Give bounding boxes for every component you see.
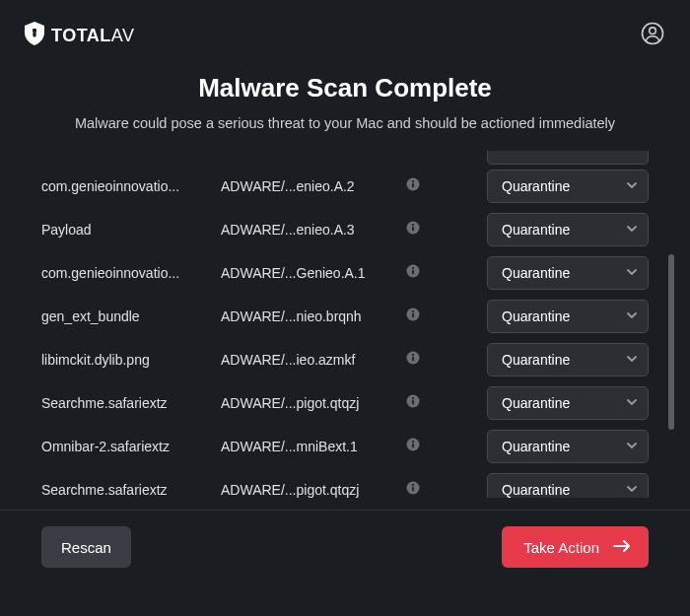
info-button[interactable] xyxy=(402,394,424,412)
svg-point-3 xyxy=(650,28,656,34)
threat-name: ADWARE/...pigot.qtqzj xyxy=(221,482,392,498)
file-name: Payload xyxy=(41,222,211,238)
dropdown-label: Quarantine xyxy=(502,395,570,411)
svg-point-11 xyxy=(412,267,414,269)
action-dropdown[interactable] xyxy=(487,151,649,165)
info-icon xyxy=(406,394,420,412)
chevron-down-icon xyxy=(626,178,638,194)
chevron-down-icon xyxy=(626,439,638,454)
dropdown-label: Quarantine xyxy=(502,308,570,324)
file-name: Searchme.safariextz xyxy=(41,482,211,498)
svg-point-26 xyxy=(412,484,414,486)
info-button[interactable] xyxy=(402,351,424,369)
table-row: Omnibar-2.safariextz ADWARE/...mniBext.1… xyxy=(41,425,649,468)
svg-rect-27 xyxy=(412,487,414,492)
brand-text: TOTALAV xyxy=(51,26,135,46)
action-dropdown[interactable]: Quarantine xyxy=(487,473,649,498)
svg-point-17 xyxy=(412,354,414,356)
file-name: gen_ext_bundle xyxy=(41,308,211,324)
dropdown-label: Quarantine xyxy=(502,178,570,194)
chevron-down-icon xyxy=(626,352,638,368)
take-action-label: Take Action xyxy=(523,539,599,556)
svg-rect-12 xyxy=(412,270,414,275)
dropdown-label: Quarantine xyxy=(502,265,570,281)
info-icon xyxy=(406,308,420,325)
chevron-down-icon xyxy=(626,265,638,281)
info-icon xyxy=(406,351,420,369)
results-list-wrap: com.genieoinnovatio... ADWARE/...enieo.A… xyxy=(41,151,649,498)
file-name: Searchme.safariextz xyxy=(41,395,211,411)
chevron-down-icon xyxy=(626,482,638,498)
threat-name: ADWARE/...pigot.qtqzj xyxy=(221,395,392,411)
file-name: Omnibar-2.safariextz xyxy=(41,439,211,454)
svg-point-23 xyxy=(412,441,414,443)
app-header: TOTALAV xyxy=(0,0,690,55)
svg-rect-21 xyxy=(412,400,414,405)
action-dropdown[interactable]: Quarantine xyxy=(487,256,649,290)
svg-rect-18 xyxy=(412,357,414,362)
info-button[interactable] xyxy=(402,221,424,239)
svg-rect-6 xyxy=(412,183,414,188)
rescan-button[interactable]: Rescan xyxy=(41,526,131,568)
info-icon xyxy=(406,438,420,455)
page-subtitle: Malware could pose a serious threat to y… xyxy=(41,113,649,133)
footer-bar: Rescan Take Action xyxy=(0,510,690,568)
svg-rect-24 xyxy=(412,444,414,448)
info-icon xyxy=(406,481,420,498)
scrollbar-thumb[interactable] xyxy=(668,254,674,430)
info-icon xyxy=(406,221,420,239)
table-row: Searchme.safariextz ADWARE/...pigot.qtqz… xyxy=(41,381,649,425)
info-icon xyxy=(406,177,420,195)
chevron-down-icon xyxy=(626,222,638,238)
action-dropdown[interactable]: Quarantine xyxy=(487,300,649,333)
svg-rect-1 xyxy=(33,33,35,37)
threat-name: ADWARE/...enieo.A.3 xyxy=(221,222,392,238)
table-row: Payload ADWARE/...enieo.A.3 Quarantine xyxy=(41,208,649,251)
svg-point-14 xyxy=(412,310,414,312)
main-content: Malware Scan Complete Malware could pose… xyxy=(0,55,690,498)
svg-point-8 xyxy=(412,224,414,226)
svg-rect-15 xyxy=(412,313,414,318)
action-dropdown[interactable]: Quarantine xyxy=(487,386,649,420)
action-dropdown[interactable]: Quarantine xyxy=(487,430,649,463)
dropdown-label: Quarantine xyxy=(502,482,570,498)
info-icon xyxy=(406,264,420,282)
rescan-label: Rescan xyxy=(61,539,111,556)
threat-name: ADWARE/...enieo.A.2 xyxy=(221,178,392,194)
user-circle-icon xyxy=(641,22,664,49)
table-row: libimckit.dylib.png ADWARE/...ieo.azmkf … xyxy=(41,338,649,381)
arrow-right-icon xyxy=(613,539,631,556)
info-button[interactable] xyxy=(402,177,424,195)
chevron-down-icon xyxy=(626,308,638,324)
table-row: gen_ext_bundle ADWARE/...nieo.brqnh Quar… xyxy=(41,295,649,338)
results-list: com.genieoinnovatio... ADWARE/...enieo.A… xyxy=(41,151,649,498)
brand-logo: TOTALAV xyxy=(24,22,135,49)
file-name: com.genieoinnovatio... xyxy=(41,265,211,281)
table-row: com.genieoinnovatio... ADWARE/...Genieo.… xyxy=(41,251,649,295)
threat-name: ADWARE/...ieo.azmkf xyxy=(221,352,392,368)
account-button[interactable] xyxy=(639,22,666,49)
chevron-down-icon xyxy=(626,395,638,411)
action-dropdown[interactable]: Quarantine xyxy=(487,170,649,203)
action-dropdown[interactable]: Quarantine xyxy=(487,213,649,246)
info-button[interactable] xyxy=(402,308,424,325)
shield-icon xyxy=(24,22,45,49)
table-row: Searchme.safariextz ADWARE/...pigot.qtqz… xyxy=(41,468,649,498)
file-name: libimckit.dylib.png xyxy=(41,352,211,368)
threat-name: ADWARE/...Genieo.A.1 xyxy=(221,265,392,281)
dropdown-label: Quarantine xyxy=(502,352,570,368)
info-button[interactable] xyxy=(402,438,424,455)
table-row: com.genieoinnovatio... ADWARE/...enieo.A… xyxy=(41,165,649,208)
svg-point-5 xyxy=(412,180,414,182)
scrollbar[interactable] xyxy=(668,151,674,498)
page-title: Malware Scan Complete xyxy=(41,73,649,103)
dropdown-label: Quarantine xyxy=(502,439,570,454)
action-dropdown[interactable]: Quarantine xyxy=(487,343,649,376)
take-action-button[interactable]: Take Action xyxy=(502,526,649,568)
info-button[interactable] xyxy=(402,264,424,282)
info-button[interactable] xyxy=(402,481,424,498)
table-row xyxy=(41,151,649,165)
svg-rect-9 xyxy=(412,227,414,232)
threat-name: ADWARE/...nieo.brqnh xyxy=(221,308,392,324)
threat-name: ADWARE/...mniBext.1 xyxy=(221,439,392,454)
